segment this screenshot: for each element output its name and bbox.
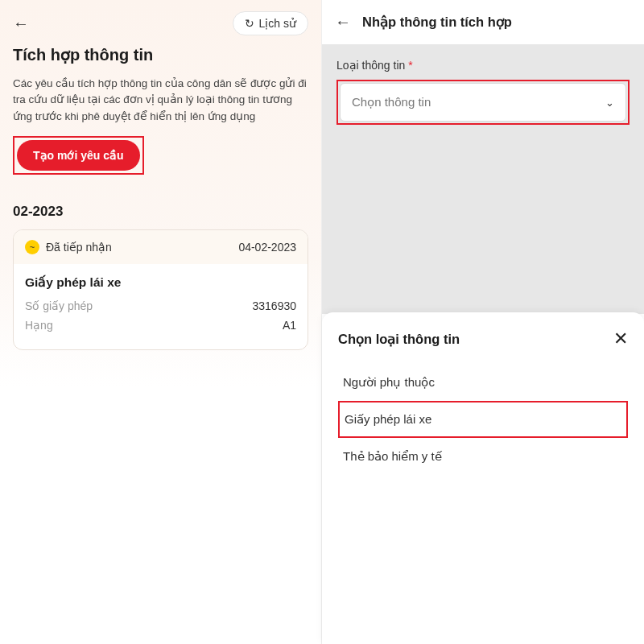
- field-label: Loại thông tin *: [336, 59, 630, 72]
- highlight-box: Tạo mới yêu cầu: [13, 136, 144, 175]
- chevron-down-icon: ⌄: [605, 97, 614, 109]
- status-icon: ~: [25, 240, 39, 254]
- request-card[interactable]: ~ Đã tiếp nhận 04-02-2023 Giấy phép lái …: [13, 229, 308, 350]
- license-no-label: Số giấy phép: [25, 299, 93, 312]
- page-description: Các yêu cầu tích hợp thông tin của công …: [0, 76, 321, 136]
- month-heading: 02-2023: [0, 183, 321, 229]
- card-title: Giấy phép lái xe: [25, 275, 296, 290]
- back-icon[interactable]: ←: [13, 14, 29, 33]
- option-driver-license[interactable]: Giấy phép lái xe: [338, 401, 628, 438]
- info-type-select[interactable]: Chọn thông tin ⌄: [340, 83, 626, 122]
- header: ← Nhập thông tin tích hợp: [322, 0, 644, 44]
- back-icon[interactable]: ←: [335, 13, 351, 31]
- license-no-value: 3316930: [252, 299, 296, 312]
- option-health-insurance[interactable]: Thẻ bảo hiểm y tế: [338, 438, 628, 475]
- card-date: 04-02-2023: [238, 241, 296, 254]
- bottom-sheet: Chọn loại thông tin ✕ Người phụ thuộc Gi…: [322, 312, 644, 644]
- highlight-box: Chọn thông tin ⌄: [336, 80, 630, 125]
- clock-icon: ↻: [245, 17, 254, 30]
- sheet-title: Chọn loại thông tin: [338, 332, 460, 347]
- screen-integration-list: ← ↻ Lịch sử Tích hợp thông tin Các yêu c…: [0, 0, 322, 644]
- create-request-button[interactable]: Tạo mới yêu cầu: [17, 140, 140, 171]
- class-value: A1: [283, 319, 296, 332]
- header: ← ↻ Lịch sử: [0, 0, 321, 42]
- status-text: Đã tiếp nhận: [46, 241, 112, 254]
- history-button[interactable]: ↻ Lịch sử: [233, 11, 308, 35]
- modal-backdrop: Loại thông tin * Chọn thông tin ⌄: [322, 44, 644, 314]
- card-header: ~ Đã tiếp nhận 04-02-2023: [14, 230, 308, 264]
- option-dependent[interactable]: Người phụ thuộc: [338, 364, 628, 401]
- class-label: Hạng: [25, 319, 53, 332]
- history-label: Lịch sử: [259, 17, 296, 30]
- select-placeholder: Chọn thông tin: [352, 95, 431, 109]
- close-icon[interactable]: ✕: [613, 328, 628, 349]
- screen-integration-input: ← Nhập thông tin tích hợp Loại thông tin…: [322, 0, 644, 644]
- page-title: Nhập thông tin tích hợp: [362, 14, 512, 30]
- page-title: Tích hợp thông tin: [0, 42, 321, 76]
